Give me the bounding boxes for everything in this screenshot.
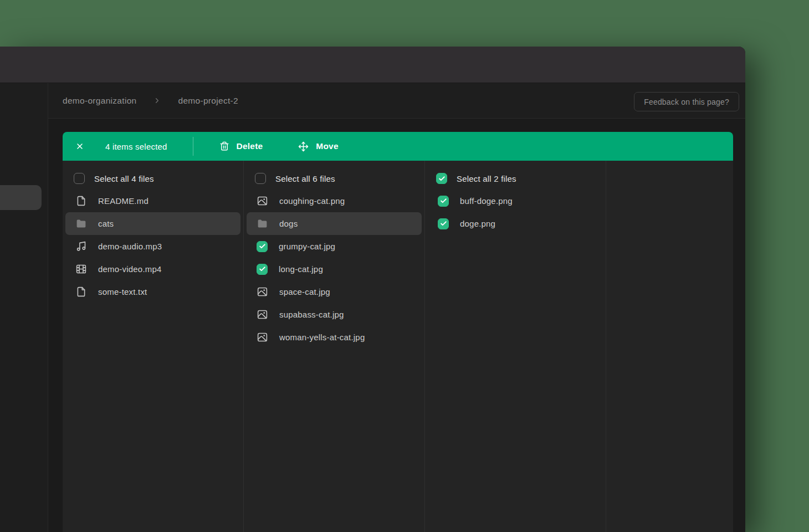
file-name: space-cat.jpg <box>279 287 330 296</box>
audio-icon <box>75 241 87 253</box>
folder-icon <box>256 218 268 230</box>
file-row[interactable]: dogs <box>247 212 422 235</box>
move-icon <box>298 141 309 152</box>
page-background: { "colors": { "page_background": "#48704… <box>0 0 809 532</box>
file-name: coughing-cat.png <box>279 196 345 206</box>
file-icon <box>75 286 87 298</box>
file-icon <box>75 195 87 207</box>
checkbox[interactable] <box>438 218 449 229</box>
delete-button-label: Delete <box>237 141 263 151</box>
move-button-label: Move <box>316 141 338 151</box>
chevron-right-icon <box>153 96 161 105</box>
breadcrumb-project[interactable]: demo-project-2 <box>178 96 238 106</box>
file-name: cats <box>98 219 114 228</box>
file-column-3: Select all 2 filesbuff-doge.pngdoge.png <box>425 161 606 532</box>
file-row[interactable]: README.md <box>65 190 240 212</box>
window-header <box>0 47 745 83</box>
file-name: grumpy-cat.jpg <box>279 242 335 251</box>
file-columns: Select all 4 filesREADME.mdcatsdemo-audi… <box>63 161 733 532</box>
x-icon <box>75 142 84 151</box>
file-row[interactable]: buff-doge.png <box>428 190 603 212</box>
select-all-row[interactable]: Select all 2 files <box>425 167 606 190</box>
empty-column <box>606 161 733 532</box>
file-name: doge.png <box>460 219 495 228</box>
file-column-1: Select all 4 filesREADME.mdcatsdemo-audi… <box>63 161 244 532</box>
file-name: README.md <box>98 196 149 206</box>
selection-bar: 4 items selected Delete Move <box>63 132 733 161</box>
sidebar-active-item[interactable] <box>0 185 42 210</box>
checkbox[interactable] <box>257 264 268 275</box>
file-row[interactable]: long-cat.jpg <box>247 258 422 280</box>
feedback-button[interactable]: Feedback on this page? <box>634 92 739 111</box>
file-name: demo-video.mp4 <box>98 264 162 274</box>
move-button[interactable]: Move <box>298 141 338 152</box>
file-row[interactable]: woman-yells-at-cat.jpg <box>247 326 422 349</box>
file-column-2: Select all 6 filescoughing-cat.pngdogsgr… <box>244 161 425 532</box>
file-row[interactable]: grumpy-cat.jpg <box>247 235 422 258</box>
file-row[interactable]: supabass-cat.jpg <box>247 303 422 326</box>
sidebar <box>0 83 48 532</box>
image-icon <box>256 309 268 321</box>
file-name: some-text.txt <box>98 287 147 296</box>
select-all-label: Select all 2 files <box>457 174 516 183</box>
file-name: long-cat.jpg <box>279 264 323 274</box>
file-row[interactable]: cats <box>65 212 240 235</box>
checkbox[interactable] <box>438 196 449 207</box>
image-icon <box>256 195 268 207</box>
file-name: dogs <box>279 219 298 228</box>
file-name: woman-yells-at-cat.jpg <box>279 332 365 342</box>
select-all-row[interactable]: Select all 4 files <box>63 167 243 190</box>
image-icon <box>256 286 268 298</box>
file-row[interactable]: some-text.txt <box>65 280 240 303</box>
checkbox[interactable] <box>436 173 447 184</box>
image-icon <box>256 331 268 344</box>
select-all-label: Select all 4 files <box>94 174 154 183</box>
file-row[interactable]: demo-video.mp4 <box>65 258 240 280</box>
checkbox[interactable] <box>74 173 85 184</box>
select-all-row[interactable]: Select all 6 files <box>244 167 424 190</box>
checkbox[interactable] <box>255 173 266 184</box>
file-row[interactable]: doge.png <box>428 212 603 235</box>
app-window: demo-organization demo-project-2 Feedbac… <box>0 47 745 532</box>
file-name: supabass-cat.jpg <box>279 310 344 319</box>
selection-divider <box>193 137 193 156</box>
close-selection-button[interactable] <box>75 142 84 151</box>
video-icon <box>75 263 87 275</box>
file-row[interactable]: coughing-cat.png <box>247 190 422 212</box>
file-row[interactable]: space-cat.jpg <box>247 280 422 303</box>
file-row[interactable]: demo-audio.mp3 <box>65 235 240 258</box>
select-all-label: Select all 6 files <box>275 174 335 183</box>
file-name: demo-audio.mp3 <box>98 242 162 251</box>
breadcrumb-bar: demo-organization demo-project-2 Feedbac… <box>0 83 745 119</box>
trash-icon <box>219 141 229 151</box>
folder-icon <box>75 218 87 230</box>
breadcrumb-organization[interactable]: demo-organization <box>63 96 136 106</box>
selection-count: 4 items selected <box>105 142 167 151</box>
delete-button[interactable]: Delete <box>219 141 263 151</box>
file-name: buff-doge.png <box>460 196 513 206</box>
checkbox[interactable] <box>257 241 268 252</box>
